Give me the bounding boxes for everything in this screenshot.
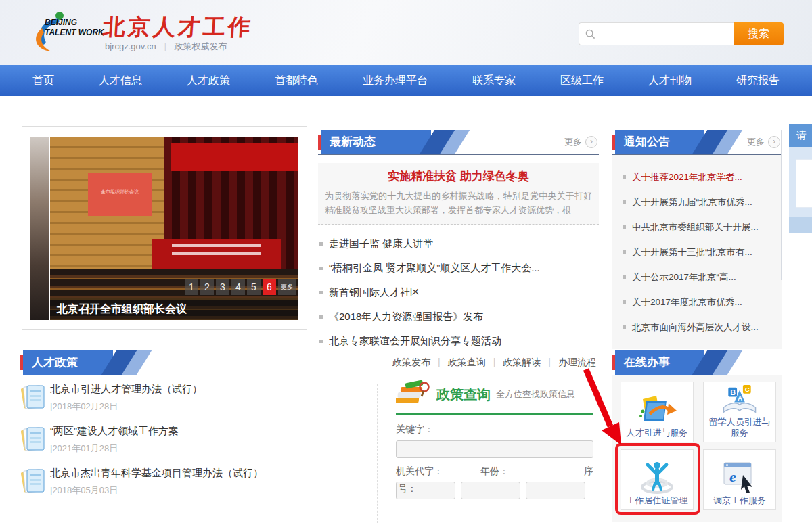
agency-code-label: 机关代字：: [396, 465, 480, 478]
search-button[interactable]: 搜索: [734, 22, 784, 45]
carousel-page-5[interactable]: 5: [247, 279, 261, 295]
policy-link-query[interactable]: 政策查询: [430, 357, 486, 369]
svg-text:C: C: [745, 386, 750, 393]
policy-link-publish[interactable]: 政策发布: [392, 357, 430, 369]
talent-import-icon: [637, 392, 677, 428]
nav-item-research-reports[interactable]: 研究报告: [736, 74, 780, 88]
nav-item-talent-publications[interactable]: 人才刊物: [648, 74, 692, 88]
news-item[interactable]: “梧桐引金凤 贤才聚顺义”顺义区人才工作大会...: [318, 256, 599, 280]
dashed-divider: [377, 384, 378, 523]
carousel-page-2[interactable]: 2: [200, 279, 214, 295]
floating-side-panel[interactable]: 请: [789, 124, 812, 233]
transfer-to-beijing-icon: e: [720, 460, 759, 495]
tile-label: 人才引进与服务: [623, 428, 691, 438]
side-panel-header: 请: [789, 124, 812, 147]
policy-item-date: |2021年01月28日: [50, 442, 179, 455]
more-arrow-icon: ›: [585, 136, 597, 148]
form-inputs-row: 号：: [396, 479, 593, 499]
latest-news-title: 最新动态: [330, 135, 376, 148]
header-search: 搜索: [579, 22, 784, 45]
carousel-page-4[interactable]: 4: [231, 279, 245, 295]
tile-label: 留学人员引进与服务: [706, 417, 773, 438]
policy-link-interpret[interactable]: 政策解读: [486, 357, 541, 369]
more-label: 更多: [747, 136, 765, 148]
nav-item-home[interactable]: 首页: [32, 74, 54, 88]
nav-item-capital-features[interactable]: 首都特色: [275, 74, 318, 88]
section-title-ribbon: 通知公告: [615, 130, 704, 154]
work-residence-permit-icon: [637, 460, 677, 495]
main-nav: 首页 人才信息 人才政策 首都特色 业务办理平台 联系专家 区级工作 人才刊物 …: [0, 65, 812, 96]
online-services-title: 在线办事: [624, 356, 670, 369]
nav-item-contact-experts[interactable]: 联系专家: [472, 74, 516, 88]
online-services-header: 在线办事: [612, 350, 782, 375]
carousel-page-6-active[interactable]: 6: [263, 279, 276, 295]
year-label: 年份：: [480, 465, 584, 478]
notice-item-highlighted[interactable]: 关于推荐2021年北京学者...: [622, 164, 777, 189]
notice-item[interactable]: 关于2017年度北京市优秀...: [622, 290, 777, 315]
latest-news-more-link[interactable]: 更多 ›: [564, 136, 597, 148]
notice-item[interactable]: 关于开展第九届“北京市优秀...: [622, 189, 777, 214]
panel-edge-line: [781, 130, 782, 280]
serial-label-tail: 号：: [398, 483, 417, 495]
nav-item-talent-info[interactable]: 人才信息: [99, 74, 142, 88]
carousel-slide-photo[interactable]: 全市组织部长会议 1 2 3 4 5 6 更多 北京召开全市组织部长会议: [50, 137, 298, 320]
highlighted-tile-wrap: 工作居住证管理: [621, 449, 695, 510]
carousel-page-3[interactable]: 3: [216, 279, 229, 295]
keyword-input[interactable]: [396, 440, 593, 458]
search-input[interactable]: [595, 24, 734, 43]
news-item[interactable]: 北京专家联谊会开展知识分享专题活动: [318, 329, 599, 353]
notice-item[interactable]: 中共北京市委组织部关于开展...: [622, 214, 777, 239]
logo-tagline: 政策权威发布: [174, 41, 227, 51]
tile-overseas-students-service[interactable]: B C A 留学人员引进与服务: [703, 382, 776, 442]
news-item[interactable]: 走进国子监 健康大讲堂: [318, 231, 599, 256]
year-input[interactable]: [461, 482, 520, 499]
site-header: BEIJING TALENT WORK 北京人才工作 bjrcgz.gov.cn…: [0, 0, 812, 65]
notices-header: 通知公告 更多 ›: [612, 130, 782, 155]
policy-link-process[interactable]: 办理流程: [541, 357, 596, 369]
carousel-more-button[interactable]: 更多: [278, 279, 296, 295]
policy-item[interactable]: 北京市杰出青年科学基金项目管理办法（试行） |2018年05月03日: [20, 465, 372, 498]
tile-talent-import-service[interactable]: 人才引进与服务: [621, 382, 694, 442]
carousel-caption[interactable]: 北京召开全市组织部长会议: [50, 298, 298, 320]
svg-text:e: e: [729, 468, 736, 485]
policy-item-title[interactable]: 北京市引进人才管理办法（试行）: [50, 383, 202, 396]
nav-item-district-work[interactable]: 区级工作: [560, 74, 604, 88]
carousel-page-1[interactable]: 1: [185, 279, 198, 295]
tile-label: 工作居住证管理: [623, 495, 691, 506]
notice-item[interactable]: 北京市面向海外高层次人才设...: [622, 315, 777, 340]
section-title-ribbon: 人才政策: [23, 350, 113, 375]
tile-transfer-to-beijing-service[interactable]: e 调京工作服务: [703, 449, 776, 510]
policy-item-date: |2018年05月03日: [50, 484, 263, 497]
policy-links: 政策发布 政策查询 政策解读 办理流程: [392, 357, 596, 369]
serial-input[interactable]: [526, 482, 585, 499]
notices-section: 通知公告 更多 › 关于推荐2021年北京学者... 关于开展第九届“北京市优秀…: [612, 130, 782, 349]
news-item[interactable]: 《2018年人力资源强国报告》发布: [318, 304, 599, 329]
section-title-ribbon: 最新动态: [321, 130, 431, 154]
document-stack-icon: [20, 382, 50, 414]
policy-item[interactable]: “两区”建设人才领域工作方案 |2021年01月28日: [20, 424, 372, 456]
serial-label-head: 序: [584, 465, 593, 478]
policy-item-title[interactable]: “两区”建设人才领域工作方案: [50, 425, 179, 438]
search-box[interactable]: [579, 22, 734, 45]
search-icon: [585, 29, 595, 39]
notice-item[interactable]: 关于公示2017年北京“高...: [622, 265, 777, 290]
carousel-prev-slide: [30, 137, 49, 320]
keyword-label: 关键字：: [396, 424, 593, 436]
nav-item-talent-policy[interactable]: 人才政策: [187, 74, 230, 88]
featured-article-title[interactable]: 实施精准扶贫 助力绿色冬奥: [325, 168, 592, 184]
side-panel-footer: [789, 217, 812, 233]
policy-item-title[interactable]: 北京市杰出青年科学基金项目管理办法（试行）: [50, 467, 263, 480]
photo-stage-backdrop: [152, 239, 281, 271]
document-stack-icon: [20, 465, 50, 498]
notices-title: 通知公告: [624, 135, 670, 148]
tile-work-residence-permit[interactable]: 工作居住证管理: [621, 449, 694, 510]
nav-item-business-platform[interactable]: 业务办理平台: [363, 74, 428, 88]
policy-item[interactable]: 北京市引进人才管理办法（试行） |2018年02月28日: [20, 382, 372, 414]
notices-panel: 关于推荐2021年北京学者... 关于开展第九届“北京市优秀... 中共北京市委…: [612, 155, 782, 349]
notice-item[interactable]: 关于开展第十三批“北京市有...: [622, 239, 777, 265]
policy-search-icon: [396, 380, 432, 409]
logo-domain: bjrcgz.gov.cn: [105, 41, 156, 51]
notices-more-link[interactable]: 更多 ›: [747, 136, 780, 148]
news-item[interactable]: 新首钢国际人才社区: [318, 280, 599, 304]
featured-article-summary: 为贯彻落实党的十九大提出的乡村振兴战略，特别是党中央关于打好精准脱贫攻坚战重大决…: [325, 189, 592, 217]
